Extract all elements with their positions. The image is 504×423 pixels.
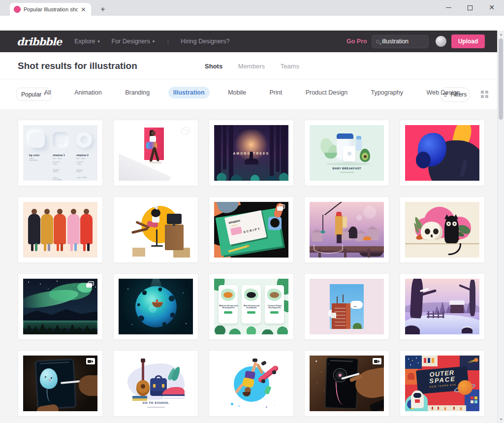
scroll-up-arrow[interactable]: ▲ [498,31,504,38]
shot-card-cat-and-skull[interactable] [400,196,485,263]
go-pro-link[interactable]: Go Pro [346,38,367,45]
browser-tab[interactable]: Popular Illustration shots on Dri ✕ [10,3,91,16]
category-tabs: All Animation Branding Illustration Mobi… [0,89,504,96]
shot-card-fisherman-dock[interactable] [304,196,389,263]
shot-text: Web Hosting and Installation [242,304,261,309]
shot-text: GO TO SCHOOL [127,401,185,405]
header-search[interactable] [372,35,429,48]
search-input[interactable] [382,38,421,45]
neumorphic-inset-square [53,132,68,148]
result-type-tabs: Shots Members Teams [0,63,504,70]
video-icon [86,358,95,364]
dribbble-favicon [14,6,21,13]
tab-members[interactable]: Members [238,63,265,70]
search-icon [376,40,379,43]
shot-card-dandelion-tablet-video[interactable] [304,350,389,417]
results-header: Shot results for illustration Shots Memb… [0,52,504,79]
window-maximize-button[interactable] [460,0,480,16]
shot-text: BABY BREAKFAST [320,167,374,170]
browser-titlebar: Popular Illustration shots on Dri ✕ + ✕ [0,0,504,16]
category-product-design[interactable]: Product Design [301,87,352,98]
shot-text: AMONG TREES [221,152,281,156]
shot-card-girl-on-ledge[interactable] [113,120,198,186]
shot-card-falling-skater[interactable] [209,350,294,417]
shot-card-pink-portrait[interactable] [400,120,485,186]
neumorphic-ring [76,132,92,148]
tab-teams[interactable]: Teams [281,63,299,70]
shot-card-among-trees[interactable]: AMONG TREES [209,120,294,186]
nav-for-designers[interactable]: For Designers▼ [111,38,155,45]
grid-view-icon[interactable] [481,91,488,98]
video-icon [373,358,381,364]
window-minimize-button[interactable] [438,0,459,16]
nav-explore[interactable]: Explore▼ [74,38,100,45]
tab-title: Popular Illustration shots on Dri [24,6,78,12]
category-illustration[interactable]: Illustration [168,87,210,98]
main-nav: Explore▼ For Designers▼ | Hiring Designe… [74,38,229,45]
user-avatar[interactable] [436,36,446,47]
shot-card-balloon-tablet-video[interactable] [18,350,103,417]
shot-card-winter-crowd[interactable] [18,196,103,263]
shot-card-desk-worker[interactable] [113,196,198,263]
category-branding[interactable]: Branding [120,87,155,98]
dribbble-header: dribbble Explore▼ For Designers▼ | Hirin… [0,31,504,52]
dribbble-logo[interactable]: dribbble [17,35,62,48]
tab-close-icon[interactable]: ✕ [81,6,86,13]
scrollbar-thumb[interactable] [499,38,503,120]
shot-card-amazon-script[interactable]: amazon SCRIPT [209,196,294,263]
filter-icon [443,92,448,98]
filters-button[interactable]: Filters [440,87,470,102]
browser-toolbar: ← → ⟳ dribbble.com/search/shots/popular/… [0,16,504,31]
neumorphic-raised-square [29,132,45,148]
chevron-down-icon: ▼ [152,39,156,44]
shot-card-jungle-web-design[interactable]: Website Design and Development Web Hosti… [209,273,294,340]
shot-results-grid: bg color color: #ECF0F3 shadow 1 blur: 3… [0,109,497,423]
category-print[interactable]: Print [264,87,287,98]
category-animation[interactable]: Animation [69,87,107,98]
shot-text: Website Design and Development [219,304,238,309]
category-mobile[interactable]: Mobile [223,87,251,98]
shot-card-city-building[interactable] [304,273,389,340]
shot-card-outer-space-poster[interactable]: ✦ ✦ ✦ OUTER SPACE NEW YEARS EVE [400,350,485,417]
tab-shots[interactable]: Shots [205,63,222,70]
shot-card-aurora-bear[interactable] [18,273,103,340]
nav-hiring-designers[interactable]: Hiring Designers? [181,38,229,45]
shot-card-go-to-school[interactable]: GO TO SCHOOL [113,350,198,417]
shot-text: Custom Plugin Development [265,304,284,309]
chevron-down-icon: ▼ [97,39,101,44]
scroll-down-arrow[interactable]: ▼ [498,416,504,423]
page-scrollbar[interactable]: ▲ ▼ [497,31,504,423]
shot-card-winter-landscape[interactable] [400,273,485,340]
shot-card-neumorphism-tutorial[interactable]: bg color color: #ECF0F3 shadow 1 blur: 3… [18,120,103,186]
upload-button[interactable]: Upload [451,34,485,48]
shot-card-baby-breakfast[interactable]: BABY BREAKFAST [304,120,389,186]
nav-divider: | [167,38,169,45]
category-all[interactable]: All [39,87,56,98]
shot-text: SCRIPT [243,227,261,234]
filter-bar: Popular▼ All Animation Branding Illustra… [0,79,504,109]
window-close-button[interactable]: ✕ [481,0,502,16]
shot-card-water-sphere-boat[interactable] [113,273,198,340]
new-tab-button[interactable]: + [97,4,108,15]
category-typography[interactable]: Typography [366,87,408,98]
